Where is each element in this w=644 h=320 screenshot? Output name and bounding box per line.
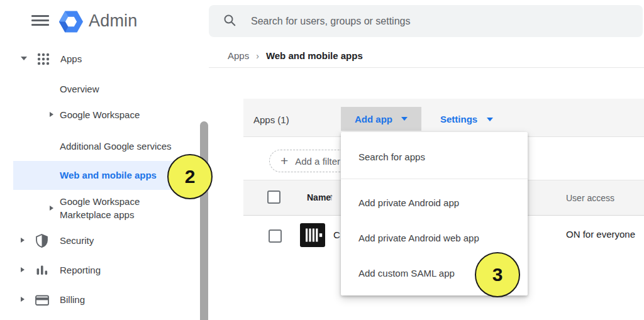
search-icon [223,14,236,29]
chevron-right-icon [50,206,53,211]
sidebar-label-apps: Apps [60,53,82,65]
menu-item-search-for-apps[interactable]: Search for apps [358,152,425,162]
app-row-user-access: ON for everyone [566,229,635,240]
chevron-right-icon [21,267,25,272]
search-placeholder: Search for users, groups or settings [251,16,410,27]
apps-count-title: Apps (1) [253,114,289,125]
bar-chart-icon [36,265,48,279]
callout-step-2: 2 [167,154,213,199]
sidebar-item-overview[interactable]: Overview [60,84,99,95]
row-checkbox[interactable] [269,229,282,243]
select-all-checkbox[interactable] [267,190,280,204]
breadcrumb-current: Web and mobile apps [266,50,363,61]
breadcrumb-divider [209,67,644,68]
settings-button[interactable]: Settings [440,114,493,124]
add-app-button[interactable]: Add app [341,107,421,131]
add-filter-chip[interactable]: + Add a filter [269,150,352,172]
apps-grid-icon [36,52,50,69]
chevron-right-icon [21,297,25,302]
menu-item-add-custom-saml-app[interactable]: Add custom SAML app [358,268,455,279]
sidebar-label-security: Security [60,235,94,246]
credit-card-icon [35,295,49,309]
sort-ascending-icon: ↑ [329,191,334,202]
chevron-right-icon [21,238,25,243]
menu-item-add-private-android-app[interactable]: Add private Android app [358,197,459,208]
admin-logo-icon [59,10,83,33]
chevron-right-icon [50,112,53,117]
menu-divider [341,179,528,179]
sidebar-label-web-and-mobile-apps: Web and mobile apps [60,170,157,180]
sidebar-label-marketplace-apps: Google Workspace Marketplace apps [60,195,172,221]
callout-step-3: 3 [475,252,520,297]
column-header-user-access: User access [566,193,614,203]
add-app-label: Add app [355,114,392,124]
dropdown-caret-icon [487,118,493,121]
settings-label: Settings [440,114,477,124]
sidebar-label-google-workspace: Google Workspace [60,109,140,121]
caret-down-icon [21,57,27,60]
dropdown-caret-icon [401,117,408,121]
breadcrumb-apps-link[interactable]: Apps [228,50,249,61]
breadcrumb-separator: › [256,51,259,61]
add-filter-label: Add a filter [295,156,340,167]
admin-console: Admin Search for users, groups or settin… [0,0,644,320]
plus-icon: + [280,154,288,167]
sidebar-label-reporting: Reporting [60,265,101,276]
app-row-name[interactable]: C [333,229,340,240]
menu-item-add-private-android-web-app[interactable]: Add private Android web app [358,233,479,243]
search-input[interactable]: Search for users, groups or settings [209,5,643,37]
hamburger-menu-icon[interactable] [31,15,49,28]
column-header-name[interactable]: Name [307,192,331,202]
sidebar-scrollbar[interactable] [200,121,208,320]
app-logo-icon [300,223,325,247]
shield-icon [35,234,48,250]
sidebar-item-additional-google-services[interactable]: Additional Google services [60,141,172,152]
app-title: Admin [89,11,138,31]
sidebar-label-billing: Billing [60,294,85,306]
breadcrumb: Apps › Web and mobile apps [228,50,363,61]
